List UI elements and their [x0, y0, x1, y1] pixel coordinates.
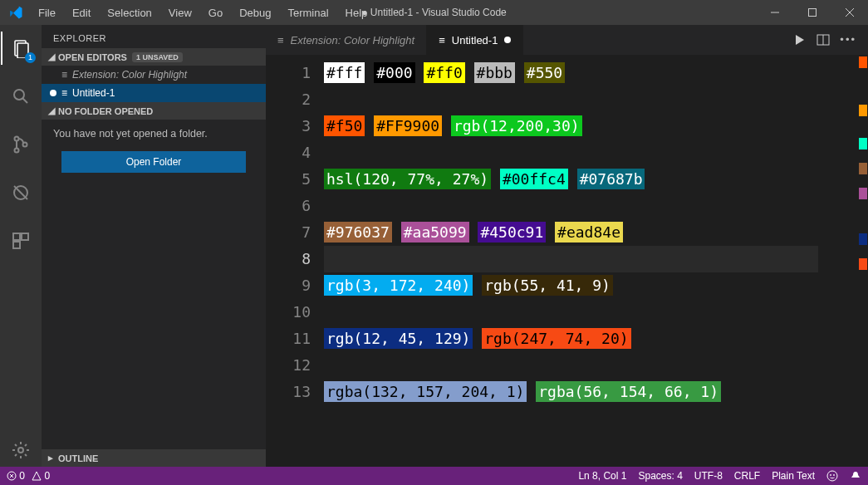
svg-point-10 [23, 143, 27, 147]
line-number: 8 [266, 246, 311, 272]
line-number: 5 [266, 166, 311, 193]
code-line[interactable]: #976037 #aa5099 #450c91 #ead84e [324, 219, 868, 246]
editor-actions: ••• [793, 33, 868, 47]
open-folder-button[interactable]: Open Folder [61, 151, 246, 173]
color-token: #450c91 [478, 222, 546, 242]
svg-rect-13 [13, 233, 20, 240]
no-folder-header[interactable]: ◢ NO FOLDER OPENED [42, 102, 266, 120]
maximize-button[interactable] [793, 0, 831, 25]
minimap-marker [859, 105, 867, 116]
file-icon: ≡ [439, 34, 445, 47]
svg-point-16 [18, 448, 23, 453]
color-token: #bbb [474, 62, 515, 83]
code-line[interactable]: #fff #000 #ff0 #bbb #550 [324, 60, 868, 86]
color-token: #ff0 [424, 62, 464, 83]
status-warnings[interactable]: 0 [32, 470, 50, 482]
status-encoding[interactable]: UTF-8 [694, 470, 723, 482]
color-token: #ead84e [555, 222, 623, 242]
minimize-button[interactable] [756, 0, 793, 25]
close-button[interactable] [831, 0, 868, 25]
no-folder-message: You have not yet opened a folder. [42, 120, 266, 148]
editor-tab[interactable]: ≡Extension: Color Highlight [266, 25, 427, 55]
minimap-marker [859, 56, 867, 68]
more-icon[interactable]: ••• [840, 33, 856, 47]
editor-body[interactable]: 12345678910111213 #fff #000 #ff0 #bbb #5… [266, 55, 868, 467]
code-line[interactable]: rgba(132, 157, 204, 1) rgba(56, 154, 66,… [324, 379, 868, 405]
color-token: #FF9900 [374, 115, 442, 136]
minimap-marker [859, 163, 867, 174]
code-line[interactable] [324, 246, 868, 272]
line-gutter: 12345678910111213 [266, 55, 324, 467]
code-line[interactable]: #f50 #FF9900 rgb(12,200,30) [324, 113, 868, 140]
svg-point-25 [831, 475, 831, 476]
code-line[interactable] [324, 140, 868, 166]
explorer-badge: 1 [25, 52, 36, 63]
svg-point-8 [15, 137, 19, 141]
menu-bar: FileEditSelectionViewGoDebugTerminalHelp [32, 3, 374, 22]
color-token: rgba(132, 157, 204, 1) [324, 381, 527, 402]
open-editor-item[interactable]: ≡Extension: Color Highlight [42, 66, 266, 84]
color-token: rgb(247, 74, 20) [482, 328, 630, 349]
svg-rect-14 [22, 233, 28, 240]
status-spaces[interactable]: Spaces: 4 [638, 470, 682, 482]
code-line[interactable]: rgb(3, 172, 240) rgb(55, 41, 9) [324, 272, 868, 299]
code-line[interactable]: hsl(120, 77%, 27%) #00ffc4 #07687b [324, 166, 868, 193]
status-eol[interactable]: CRLF [734, 470, 760, 482]
activity-explorer-icon[interactable]: 1 [1, 32, 41, 65]
menu-item-edit[interactable]: Edit [66, 3, 97, 22]
window-title: ● Untitled-1 - Visual Studio Code [361, 7, 506, 18]
color-token: #00ffc4 [500, 169, 568, 189]
svg-point-24 [827, 471, 837, 481]
tab-label: Untitled-1 [452, 34, 498, 47]
status-notification-icon[interactable] [850, 470, 861, 482]
file-icon: ≡ [61, 69, 67, 81]
editor-tab[interactable]: ≡Untitled-1 [427, 25, 523, 55]
open-editors-header[interactable]: ◢ OPEN EDITORS 1 UNSAVED [42, 48, 266, 66]
activity-settings-icon[interactable] [1, 434, 41, 467]
code-line[interactable] [324, 352, 868, 379]
menu-item-debug[interactable]: Debug [233, 3, 277, 22]
menu-item-terminal[interactable]: Terminal [281, 3, 335, 22]
color-token: rgb(12, 45, 129) [324, 328, 473, 349]
activity-debug-icon[interactable] [1, 176, 41, 209]
code-content[interactable]: #fff #000 #ff0 #bbb #550#f50 #FF9900 rgb… [324, 55, 868, 467]
title-bar: FileEditSelectionViewGoDebugTerminalHelp… [0, 0, 868, 25]
status-feedback-icon[interactable] [826, 470, 838, 482]
minimap[interactable] [818, 55, 868, 420]
outline-label: OUTLINE [58, 453, 98, 463]
line-number: 7 [266, 219, 311, 246]
menu-item-selection[interactable]: Selection [101, 3, 158, 22]
svg-marker-23 [32, 472, 41, 480]
line-number: 10 [266, 299, 311, 326]
code-line[interactable]: rgb(12, 45, 129) rgb(247, 74, 20) [324, 326, 868, 352]
run-icon[interactable] [793, 33, 807, 47]
color-token: #07687b [577, 169, 645, 189]
menu-item-file[interactable]: File [32, 3, 62, 22]
code-line[interactable] [324, 193, 868, 219]
minimap-marker [859, 138, 867, 149]
unsaved-badge: 1 UNSAVED [132, 52, 183, 62]
explorer-title: EXPLORER [42, 25, 266, 48]
color-token: #fff [324, 62, 365, 83]
activity-extensions-icon[interactable] [1, 224, 41, 257]
activity-scm-icon[interactable] [1, 128, 41, 161]
line-number: 2 [266, 86, 311, 113]
color-token: #f50 [324, 115, 365, 136]
menu-item-view[interactable]: View [162, 3, 199, 22]
dirty-indicator-icon [50, 90, 56, 96]
file-icon: ≡ [277, 34, 284, 47]
open-editor-item[interactable]: ≡Untitled-1 [42, 84, 266, 102]
menu-item-go[interactable]: Go [202, 3, 229, 22]
code-line[interactable] [324, 299, 868, 326]
status-language[interactable]: Plain Text [772, 470, 815, 482]
status-errors[interactable]: 0 [7, 470, 25, 482]
outline-header[interactable]: ▸ OUTLINE [42, 449, 266, 467]
code-line[interactable] [324, 86, 868, 113]
color-token: rgba(56, 154, 66, 1) [536, 381, 721, 402]
status-ln-col[interactable]: Ln 8, Col 1 [578, 470, 626, 482]
activity-search-icon[interactable] [1, 80, 41, 113]
color-token: #000 [374, 62, 414, 83]
dirty-indicator-icon [504, 37, 511, 43]
color-token: rgb(55, 41, 9) [482, 275, 613, 296]
split-editor-icon[interactable] [817, 33, 830, 47]
